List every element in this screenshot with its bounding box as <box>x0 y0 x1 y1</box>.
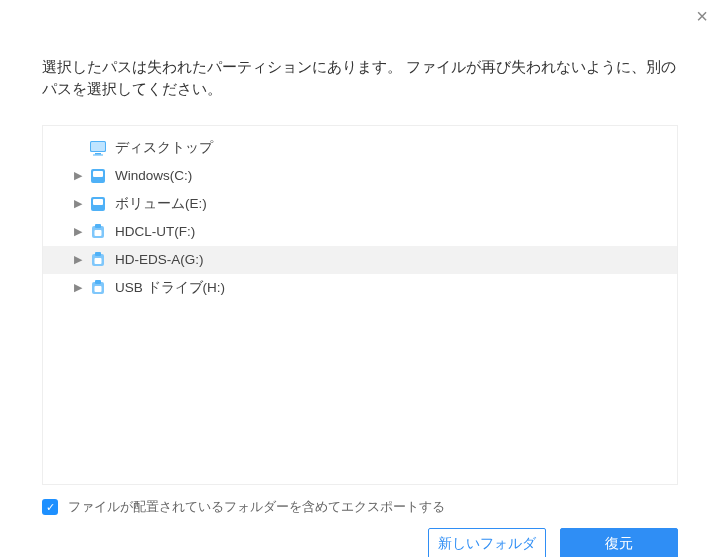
path-tree[interactable]: ▶ディスクトップ▶Windows(C:)▶ボリューム(E:)▶HDCL-UT(F… <box>42 125 678 485</box>
drive-blue-icon <box>89 168 107 184</box>
svg-rect-3 <box>93 154 103 155</box>
expand-arrow-icon[interactable]: ▶ <box>71 281 85 294</box>
tree-item[interactable]: ▶Windows(C:) <box>43 162 677 190</box>
svg-rect-2 <box>95 153 101 155</box>
svg-rect-15 <box>95 280 101 284</box>
tree-item-label: Windows(C:) <box>115 168 192 183</box>
svg-rect-7 <box>93 199 103 205</box>
expand-arrow-icon[interactable]: ▶ <box>71 253 85 266</box>
tree-item[interactable]: ▶HD-EDS-A(G:) <box>43 246 677 274</box>
desktop-icon <box>89 140 107 156</box>
drive-blue-icon <box>89 196 107 212</box>
svg-rect-10 <box>95 230 102 236</box>
svg-rect-9 <box>95 224 101 228</box>
tree-item[interactable]: ▶USB ドライブ(H:) <box>43 274 677 302</box>
tree-item[interactable]: ▶ディスクトップ <box>43 134 677 162</box>
expand-arrow-icon[interactable]: ▶ <box>71 169 85 182</box>
drive-usb-icon <box>89 224 107 240</box>
new-folder-button[interactable]: 新しいフォルダ <box>428 528 546 557</box>
tree-item-label: HDCL-UT(F:) <box>115 224 195 239</box>
expand-arrow-icon[interactable]: ▶ <box>71 197 85 210</box>
tree-item-label: ディスクトップ <box>115 139 213 157</box>
drive-usb-icon <box>89 252 107 268</box>
check-icon: ✓ <box>42 499 58 515</box>
tree-item-label: ボリューム(E:) <box>115 195 207 213</box>
close-button[interactable]: × <box>696 6 708 26</box>
tree-item[interactable]: ▶ボリューム(E:) <box>43 190 677 218</box>
svg-rect-12 <box>95 252 101 256</box>
drive-usb-icon <box>89 280 107 296</box>
svg-rect-16 <box>95 286 102 292</box>
svg-rect-13 <box>95 258 102 264</box>
tree-item-label: USB ドライブ(H:) <box>115 279 225 297</box>
svg-rect-1 <box>91 142 105 151</box>
restore-button[interactable]: 復元 <box>560 528 678 557</box>
checkbox-label: ファイルが配置されているフォルダーを含めてエクスポートする <box>68 499 445 516</box>
svg-rect-5 <box>93 171 103 177</box>
warning-message: 選択したパスは失われたパーティションにあります。 ファイルが再び失われないように… <box>42 56 678 101</box>
include-folders-checkbox[interactable]: ✓ ファイルが配置されているフォルダーを含めてエクスポートする <box>42 499 445 516</box>
expand-arrow-icon[interactable]: ▶ <box>71 225 85 238</box>
tree-item-label: HD-EDS-A(G:) <box>115 252 204 267</box>
tree-item[interactable]: ▶HDCL-UT(F:) <box>43 218 677 246</box>
